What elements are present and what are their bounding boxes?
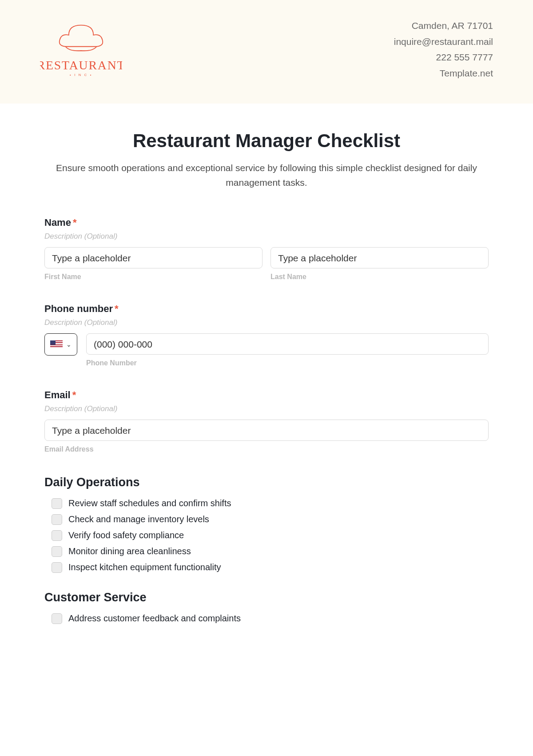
phone-input[interactable] [86, 333, 489, 355]
first-name-sublabel: First Name [44, 273, 263, 281]
first-name-input[interactable] [44, 247, 263, 268]
contact-phone: 222 555 7777 [394, 49, 493, 65]
contact-address: Camden, AR 71701 [394, 18, 493, 34]
checklist-label: Monitor dining area cleanliness [68, 546, 191, 556]
logo: RESTAURANT • I N C • [40, 18, 122, 80]
phone-field-group: Phone number* Description (Optional) ⌄ P… [44, 303, 489, 367]
required-star-icon: * [73, 217, 77, 228]
checkbox[interactable] [52, 613, 62, 624]
svg-text:RESTAURANT: RESTAURANT [40, 58, 122, 72]
checklist-label: Address customer feedback and complaints [68, 613, 241, 624]
list-item: Review staff schedules and confirm shift… [52, 498, 489, 509]
header-band: RESTAURANT • I N C • Camden, AR 71701 in… [0, 0, 533, 104]
required-star-icon: * [115, 303, 119, 314]
email-label: Email* [44, 389, 489, 401]
checklist-label: Verify food safety compliance [68, 530, 184, 540]
country-code-select[interactable]: ⌄ [44, 333, 77, 356]
list-item: Address customer feedback and complaints [52, 613, 489, 624]
checklist-label: Check and manage inventory levels [68, 514, 209, 524]
name-field-group: Name* Description (Optional) First Name … [44, 217, 489, 281]
checkbox[interactable] [52, 562, 62, 573]
last-name-input[interactable] [270, 247, 489, 268]
checklist-label: Review staff schedules and confirm shift… [68, 498, 231, 508]
list-item: Verify food safety compliance [52, 530, 489, 541]
list-item: Check and manage inventory levels [52, 514, 489, 525]
svg-text:• I N C •: • I N C • [70, 73, 92, 77]
required-star-icon: * [72, 389, 76, 400]
daily-operations-heading: Daily Operations [44, 476, 489, 489]
email-description: Description (Optional) [44, 404, 489, 413]
contact-email: inquire@restaurant.mail [394, 34, 493, 50]
checkbox[interactable] [52, 530, 62, 541]
customer-service-list: Address customer feedback and complaints [44, 613, 489, 624]
list-item: Inspect kitchen equipment functionality [52, 562, 489, 573]
name-description: Description (Optional) [44, 232, 489, 241]
contact-site: Template.net [394, 65, 493, 81]
checklist-label: Inspect kitchen equipment functionality [68, 562, 221, 572]
list-item: Monitor dining area cleanliness [52, 546, 489, 557]
email-input[interactable] [44, 420, 489, 441]
restaurant-logo-icon: RESTAURANT • I N C • [40, 18, 122, 80]
name-label: Name* [44, 217, 489, 228]
document-body: Restaurant Manager Checklist Ensure smoo… [0, 104, 533, 624]
email-sublabel: Email Address [44, 445, 489, 453]
checkbox[interactable] [52, 514, 62, 525]
checkbox[interactable] [52, 498, 62, 509]
phone-description: Description (Optional) [44, 318, 489, 327]
chevron-down-icon: ⌄ [66, 341, 72, 348]
customer-service-heading: Customer Service [44, 591, 489, 604]
us-flag-icon [50, 340, 63, 348]
phone-label: Phone number* [44, 303, 489, 315]
last-name-sublabel: Last Name [270, 273, 489, 281]
email-field-group: Email* Description (Optional) Email Addr… [44, 389, 489, 453]
daily-operations-list: Review staff schedules and confirm shift… [44, 498, 489, 573]
phone-sublabel: Phone Number [86, 359, 489, 367]
checkbox[interactable] [52, 546, 62, 557]
document-subtitle: Ensure smooth operations and exceptional… [44, 160, 489, 190]
contact-info: Camden, AR 71701 inquire@restaurant.mail… [394, 18, 493, 81]
document-title: Restaurant Manager Checklist [44, 130, 489, 152]
